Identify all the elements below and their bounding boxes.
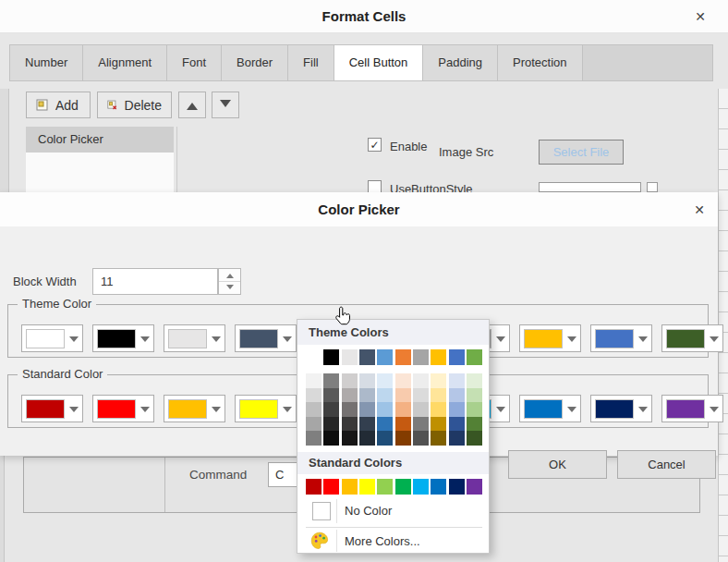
cancel-button[interactable]: Cancel <box>617 450 716 479</box>
color-variant-swatch[interactable] <box>306 417 322 432</box>
close-icon[interactable]: ✕ <box>689 6 711 28</box>
color-variant-swatch[interactable] <box>449 388 465 403</box>
color-swatch[interactable] <box>449 479 465 495</box>
color-swatch[interactable] <box>377 349 393 365</box>
color-swatch[interactable] <box>323 349 339 365</box>
color-swatch[interactable] <box>467 479 482 495</box>
tab[interactable]: Font <box>167 45 222 80</box>
move-up-button[interactable] <box>178 92 206 118</box>
color-variant-swatch[interactable] <box>413 431 429 446</box>
color-variant-swatch[interactable] <box>431 373 446 388</box>
color-dropdown[interactable] <box>21 395 83 422</box>
chevron-down-icon[interactable] <box>634 331 651 347</box>
color-variant-swatch[interactable] <box>377 388 393 403</box>
color-variant-swatch[interactable] <box>323 388 339 403</box>
color-variant-swatch[interactable] <box>449 402 465 417</box>
color-swatch[interactable] <box>449 349 465 365</box>
color-variant-swatch[interactable] <box>306 431 322 446</box>
color-dropdown[interactable] <box>590 324 652 352</box>
color-variant-swatch[interactable] <box>413 388 429 403</box>
color-variant-swatch[interactable] <box>342 431 358 446</box>
color-swatch[interactable] <box>306 349 322 365</box>
color-variant-swatch[interactable] <box>467 388 482 403</box>
tab[interactable]: Border <box>222 45 288 80</box>
color-variant-swatch[interactable] <box>395 388 411 403</box>
color-variant-swatch[interactable] <box>342 402 358 417</box>
color-variant-swatch[interactable] <box>377 431 393 446</box>
color-variant-swatch[interactable] <box>359 373 375 388</box>
move-down-button[interactable] <box>212 92 239 118</box>
tab[interactable]: Number <box>10 45 83 80</box>
color-variant-swatch[interactable] <box>395 373 411 388</box>
color-variant-swatch[interactable] <box>377 373 393 388</box>
color-dropdown[interactable] <box>92 395 154 422</box>
color-swatch[interactable] <box>323 479 339 495</box>
color-dropdown[interactable] <box>235 324 297 352</box>
color-dropdown[interactable] <box>235 395 297 422</box>
color-swatch[interactable] <box>306 479 322 495</box>
chevron-down-icon[interactable] <box>278 331 296 347</box>
tab[interactable]: Padding <box>423 45 498 80</box>
color-swatch[interactable] <box>342 479 358 495</box>
color-swatch[interactable] <box>342 349 358 365</box>
color-dropdown[interactable] <box>164 395 225 422</box>
tab[interactable]: Fill <box>288 45 334 80</box>
color-variant-swatch[interactable] <box>342 373 358 388</box>
color-dropdown[interactable] <box>661 395 723 422</box>
color-variant-swatch[interactable] <box>395 431 411 446</box>
color-variant-swatch[interactable] <box>359 402 375 417</box>
color-variant-swatch[interactable] <box>377 417 393 432</box>
chevron-down-icon[interactable] <box>563 401 580 417</box>
color-picker-close-icon[interactable]: ✕ <box>688 199 710 221</box>
chevron-down-icon[interactable] <box>136 331 153 347</box>
color-variant-swatch[interactable] <box>323 402 339 417</box>
chevron-down-icon[interactable] <box>705 401 722 417</box>
color-dropdown[interactable] <box>164 324 225 352</box>
color-variant-swatch[interactable] <box>467 402 482 417</box>
color-swatch[interactable] <box>395 349 411 365</box>
color-dropdown[interactable] <box>519 324 581 352</box>
chevron-down-icon[interactable] <box>207 401 224 417</box>
partial-button[interactable] <box>647 182 658 192</box>
color-swatch[interactable] <box>359 479 375 495</box>
color-variant-swatch[interactable] <box>342 417 358 432</box>
color-variant-swatch[interactable] <box>449 417 465 432</box>
color-variant-swatch[interactable] <box>342 388 358 403</box>
color-variant-swatch[interactable] <box>431 388 446 403</box>
color-variant-swatch[interactable] <box>306 402 322 417</box>
color-variant-swatch[interactable] <box>359 417 375 432</box>
color-swatch[interactable] <box>467 349 482 365</box>
color-variant-swatch[interactable] <box>359 388 375 403</box>
color-swatch[interactable] <box>413 349 429 365</box>
partial-input[interactable] <box>539 182 641 192</box>
chevron-down-icon[interactable] <box>634 401 651 417</box>
color-dropdown[interactable] <box>21 324 83 352</box>
color-variant-swatch[interactable] <box>413 373 429 388</box>
chevron-down-icon[interactable] <box>563 331 580 347</box>
color-variant-swatch[interactable] <box>306 388 322 403</box>
block-width-input[interactable] <box>92 268 218 295</box>
chevron-down-icon[interactable] <box>65 401 82 417</box>
tab[interactable]: Cell Button <box>334 45 424 80</box>
color-swatch[interactable] <box>377 479 393 495</box>
color-variant-swatch[interactable] <box>323 417 339 432</box>
no-color-item[interactable]: No Color <box>297 497 489 525</box>
color-variant-swatch[interactable] <box>449 431 465 446</box>
select-file-button[interactable]: Select File <box>539 140 624 165</box>
color-variant-swatch[interactable] <box>449 373 465 388</box>
color-swatch[interactable] <box>395 479 411 495</box>
color-variant-swatch[interactable] <box>359 431 375 446</box>
chevron-down-icon[interactable] <box>491 331 509 347</box>
chevron-down-icon[interactable] <box>65 331 82 347</box>
color-variant-swatch[interactable] <box>323 373 339 388</box>
color-variant-swatch[interactable] <box>413 417 429 432</box>
color-variant-swatch[interactable] <box>377 402 393 417</box>
color-variant-swatch[interactable] <box>413 402 429 417</box>
color-variant-swatch[interactable] <box>431 417 446 432</box>
color-dropdown[interactable] <box>661 324 723 352</box>
delete-button[interactable]: Delete <box>97 92 172 118</box>
block-width-stepper[interactable] <box>218 268 241 295</box>
chevron-down-icon[interactable] <box>207 331 224 347</box>
tab[interactable]: Alignment <box>83 45 167 80</box>
ok-button[interactable]: OK <box>508 450 607 479</box>
